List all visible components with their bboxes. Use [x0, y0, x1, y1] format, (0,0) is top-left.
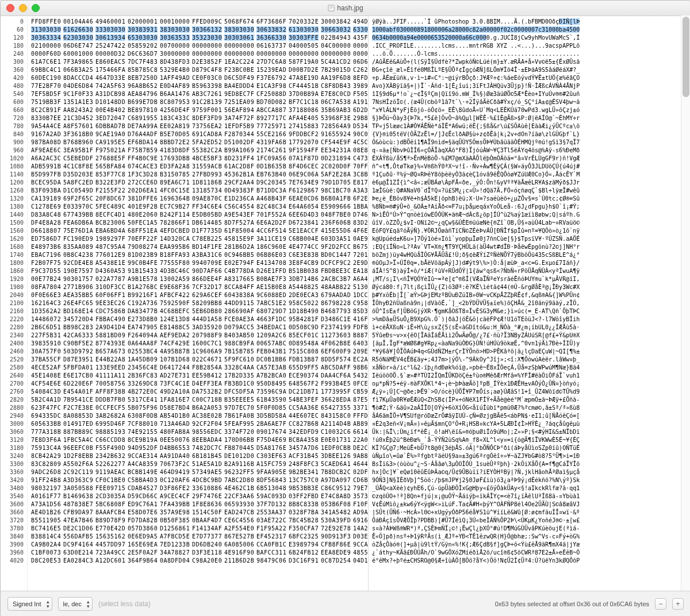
- hex-group[interactable]: 694335DC: [31, 412, 63, 420]
- hex-group[interactable]: 487838E7: [63, 500, 95, 509]
- ascii-row[interactable]: [ãµÎ,ÏgF*æWØß#g¥Rp¿«àaNa9üÒÐG}ÙÑ!úHÚù9òk…: [372, 340, 678, 348]
- hex-group[interactable]: 3E8F4CB9: [289, 259, 321, 267]
- hex-group[interactable]: 98B692A7: [353, 364, 368, 372]
- hex-row[interactable]: 0210000006D6E747252474220585920200700000…: [31, 42, 365, 50]
- hex-group[interactable]: 55382C2A: [192, 147, 224, 155]
- hex-group[interactable]: 30303061: [224, 34, 256, 42]
- hex-group[interactable]: 17B2D335: [224, 372, 256, 380]
- hex-group[interactable]: D6C5DF49: [224, 74, 256, 82]
- hex-group[interactable]: 73596C9A: [256, 388, 289, 396]
- ascii-row[interactable]: ÐG÷çîë_æl»Éîfé0MßÎLºE§ÜÔª¢ÍgçóÆÑ]ßLÔm¥Ìõ…: [372, 66, 678, 74]
- hex-group[interactable]: 1600C7C1: [192, 340, 224, 348]
- hex-group[interactable]: 30366132: [192, 26, 224, 34]
- hex-group[interactable]: 4FC0C15E: [160, 187, 192, 195]
- hex-group[interactable]: 94D952DF: [128, 444, 160, 452]
- hex-group[interactable]: 90C0676A: [353, 130, 368, 138]
- hex-group[interactable]: 3573CBBB: [353, 492, 368, 500]
- hex-group[interactable]: 887BB89C: [63, 428, 95, 436]
- hex-row[interactable]: A73A1D56487838E75BC6808FED9C76A17FA439BB…: [31, 500, 365, 509]
- hex-group[interactable]: 357A9E98: [160, 509, 192, 517]
- hex-group[interactable]: 8CCA84FF: [224, 283, 256, 291]
- hex-group[interactable]: 7020332E: [289, 18, 321, 26]
- hex-group[interactable]: BCB23006: [95, 219, 128, 227]
- ascii-row[interactable]: hx]Òc]¥`eQøî0êûEûÞÀa©q/Û¢9ÜBùïï?íEYÒHºBÿ…: [372, 468, 678, 476]
- hex-group[interactable]: 74CF429E: [160, 340, 192, 348]
- hex-group[interactable]: D1F7735D: [192, 227, 224, 235]
- hex-group[interactable]: CA57E3AB: [256, 364, 289, 372]
- hex-group[interactable]: 54084C3D: [31, 388, 63, 396]
- hex-row[interactable]: 7519BB3F1351A1E3D10148DDB699E7DB8C807953…: [31, 98, 365, 106]
- hex-group[interactable]: 00000000: [192, 50, 224, 58]
- hex-group[interactable]: 37D0B89A: [289, 90, 321, 98]
- hex-group[interactable]: 680729D7: [256, 307, 289, 315]
- hex-group[interactable]: 5AF2E28A: [321, 171, 353, 179]
- hex-group[interactable]: 86798228: [321, 299, 353, 307]
- hex-group[interactable]: 3DB714B6: [289, 275, 321, 283]
- hex-row[interactable]: 45E1408EE6E17CB041111A112B36FC83AD27E731…: [31, 372, 365, 380]
- ascii-row[interactable]: ùÑµîo\=ûø`È%>ºfgbtºäéU§9a¤±3gú6ªrgÓêî÷»¥…: [372, 452, 678, 460]
- hex-group[interactable]: 1EDF0CBB: [321, 444, 353, 452]
- hex-group[interactable]: 7EF5BD5F: [31, 90, 63, 98]
- hex-group[interactable]: 70673F2C: [160, 460, 192, 468]
- hex-row[interactable]: CA9B02A4DC9F41644457DD97165E69EA7ED1233B…: [31, 541, 365, 549]
- hex-group[interactable]: 2C92C119: [63, 468, 95, 476]
- hex-group[interactable]: 8EB7250D: [128, 74, 160, 82]
- hex-group[interactable]: 00000000: [192, 42, 224, 50]
- hex-group[interactable]: 186C960E: [256, 243, 289, 251]
- hex-group[interactable]: 310DF3CC: [95, 283, 128, 291]
- hex-group[interactable]: 00000000: [353, 42, 368, 50]
- hex-group[interactable]: 728564A9: [321, 122, 353, 130]
- hex-group[interactable]: 487C95A4: [95, 243, 128, 251]
- hex-group[interactable]: 30663032: [321, 26, 353, 34]
- hex-group[interactable]: 3AD35920: [192, 324, 224, 332]
- hex-group[interactable]: 6043838A: [224, 291, 256, 299]
- hex-group[interactable]: FBBAC490: [95, 315, 128, 324]
- hex-group[interactable]: 8DACCCD4: [63, 74, 95, 82]
- hex-group[interactable]: 15635162: [95, 533, 128, 541]
- hex-group[interactable]: 4E916F90: [224, 549, 256, 557]
- ascii-row[interactable]: ^x¥lÁLN*yFjÈõjõ-òÓ¢ö»_EÊ\8ûdoÅ«U`Mq<LEÈK…: [372, 106, 678, 114]
- data-type-selector[interactable]: Signed Int ▴▾: [7, 597, 52, 611]
- hex-group[interactable]: 82C48C34: [256, 203, 289, 211]
- hex-group[interactable]: 048F7BE0: [321, 211, 353, 219]
- hex-group[interactable]: E1D236CA: [224, 195, 256, 203]
- hex-group[interactable]: 0D231894: [321, 155, 353, 163]
- hex-group[interactable]: B6AA1476: [160, 90, 192, 98]
- hex-group[interactable]: 29CF2AA4: [224, 179, 256, 187]
- hex-group[interactable]: 13185734: [192, 187, 224, 195]
- hex-group[interactable]: D76A4ADF: [128, 130, 160, 138]
- hex-group[interactable]: CF44451B: [289, 82, 321, 90]
- hex-group[interactable]: 6BFC2325: [289, 533, 321, 541]
- hex-row[interactable]: 8C2CB91FAA8243A200E4B402BE8978104256DE4F…: [31, 106, 365, 114]
- hex-group[interactable]: 0000F60D: [31, 50, 63, 58]
- hex-group[interactable]: 8B8C833B: [289, 500, 321, 509]
- hex-group[interactable]: 4C68BEFC: [160, 307, 192, 315]
- hex-group[interactable]: CC827B6B: [289, 420, 321, 428]
- hex-group[interactable]: 053B6F08: [321, 500, 353, 509]
- hex-row[interactable]: 3130303061626630333030303038393138303030…: [31, 26, 365, 34]
- hex-group[interactable]: 21C3D452: [63, 114, 95, 122]
- ascii-row[interactable]: oµ*pÑ?5+éÿ-®àFXÖKl*4~¡è~þÞàæÄô]ºpB_ÍÝèx1…: [372, 380, 678, 388]
- hex-group[interactable]: 5B2C4A1D: [31, 396, 63, 404]
- hex-group[interactable]: 9EE3EC26: [95, 299, 128, 307]
- hex-group[interactable]: 9FAA905E: [256, 468, 289, 476]
- hex-group[interactable]: D879C4F8: [192, 66, 224, 74]
- hex-group[interactable]: AA91DA40: [160, 452, 192, 460]
- hex-group[interactable]: 2E9D907E: [353, 259, 368, 267]
- hex-group[interactable]: 7B9541CE: [63, 396, 95, 404]
- hex-group[interactable]: 8DEF3FD9: [192, 114, 224, 122]
- hex-group[interactable]: C10032C6: [321, 428, 353, 436]
- ascii-row[interactable]: º1Çuðû·º%ÿ~ØQ¤RÞêY8õþèëyÒ3ã¢èÇ1óvâ9êÊQÔò…: [372, 171, 678, 179]
- hex-group[interactable]: 06E9C06A: [289, 171, 321, 179]
- hex-group[interactable]: 04000505: [289, 42, 321, 50]
- hex-group[interactable]: E58D07E6: [128, 509, 160, 517]
- hex-group[interactable]: 70058756: [95, 380, 128, 388]
- ascii-row[interactable]: ÷p.ÀÉæ£üñk,v·ì~i#«C°:~@iýrBÔçð:J¥Æº÷¢:%á…: [372, 74, 678, 82]
- hex-group[interactable]: AEA35BB5: [63, 291, 95, 299]
- hex-group[interactable]: A7FBCD5E: [160, 533, 192, 541]
- hex-group[interactable]: F505814A: [353, 90, 368, 98]
- hex-group[interactable]: 4ECE52AF: [31, 364, 63, 372]
- hex-group[interactable]: 0C946BB5: [224, 251, 256, 259]
- hex-group[interactable]: 06593930: [224, 500, 256, 509]
- hex-group[interactable]: 2DE0ECA3: [289, 291, 321, 299]
